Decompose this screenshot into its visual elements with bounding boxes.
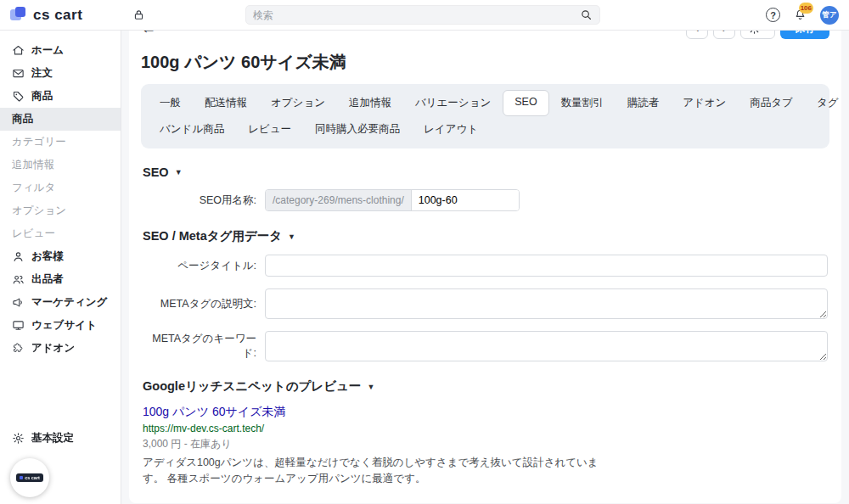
preview-price-stock: 3,000 円 - 在庫あり [143, 437, 829, 451]
sidebar-subitem-categories[interactable]: カテゴリー [0, 131, 121, 154]
tab-layouts[interactable]: レイアウト [412, 116, 490, 143]
tab-variations[interactable]: バリエーション [403, 90, 503, 116]
meta-keywords-textarea[interactable] [265, 331, 828, 361]
tab-subscribers[interactable]: 購読者 [616, 90, 672, 116]
sidebar-item-settings[interactable]: 基本設定 [0, 427, 121, 450]
cscart-logo-icon [10, 7, 27, 24]
search-bar[interactable] [245, 5, 600, 25]
page-title: 100g パンツ 60サイズ未満 [141, 51, 829, 74]
lock-icon[interactable] [132, 8, 145, 21]
preview-title-link[interactable]: 100g パンツ 60サイズ未満 [143, 405, 285, 420]
sidebar-item-label: 注文 [31, 66, 53, 81]
seo-name-label: SEO用名称: [141, 193, 256, 208]
person-icon [12, 250, 25, 263]
sidebar-subitem-filters[interactable]: フィルタ [0, 176, 121, 199]
sidebar-item-label: お客様 [31, 249, 64, 264]
cscart-footer-badge-label: cs cart [16, 473, 43, 482]
page-title-label: ページタイトル: [141, 259, 256, 273]
avatar[interactable]: 管ア [820, 6, 839, 25]
monitor-icon [12, 319, 25, 332]
sidebar-item-customers[interactable]: お客様 [0, 245, 121, 268]
top-header: cs cart ? 106 管ア [0, 0, 849, 31]
app-logo-text: cs cart [33, 7, 82, 24]
tab-required-products[interactable]: 同時購入必要商品 [303, 116, 412, 143]
sidebar-item-label: ホーム [31, 43, 64, 58]
sidebar-item-label: 基本設定 [31, 431, 74, 445]
tab-shipping[interactable]: 配送情報 [193, 90, 259, 116]
main-content: ← ‹ › ▾ 保存 100g パンツ 60サイズ未満 一般 配送情報 オプショ… [121, 0, 849, 473]
chevron-down-icon: ▼ [288, 232, 295, 241]
help-icon[interactable]: ? [766, 8, 780, 22]
tab-addons[interactable]: アドオン [671, 90, 738, 116]
product-edit-card: ← ‹ › ▾ 保存 100g パンツ 60サイズ未満 一般 配送情報 オプショ… [129, 7, 841, 503]
meta-keywords-label: METAタグのキーワード: [141, 332, 256, 361]
seo-section-heading[interactable]: SEO▼ [143, 165, 829, 179]
sidebar-item-label: ウェブサイト [31, 318, 97, 333]
chevron-down-icon: ▼ [367, 383, 374, 391]
sidebar-item-label: アドオン [31, 341, 75, 356]
tab-general[interactable]: 一般 [148, 90, 193, 116]
preview-url: https://mv-dev.cs-cart.tech/ [143, 423, 829, 434]
sidebar-item-label: マーケティング [31, 295, 107, 310]
tab-product-tabs[interactable]: 商品タブ [738, 90, 805, 116]
sidebar: ホーム 注文 商品 商品 カテゴリー 追加情報 フィルタ オプション レビュー … [0, 31, 121, 504]
meta-section-heading[interactable]: SEO / Metaタグ用データ▼ [143, 228, 829, 244]
sidebar-item-home[interactable]: ホーム [0, 39, 121, 62]
preview-description: アディダス100gパンツは、超軽量なだけでなく着脱のしやすさまで考え抜いて設計さ… [143, 455, 605, 488]
google-preview-heading[interactable]: Googleリッチスニペットのプレビュー▼ [143, 378, 829, 395]
sidebar-item-marketing[interactable]: マーケティング [0, 291, 121, 314]
sidebar-item-vendors[interactable]: 出品者 [0, 268, 121, 291]
sidebar-subitem-reviews[interactable]: レビュー [0, 222, 121, 245]
seo-name-input[interactable] [412, 190, 520, 210]
sidebar-subitem-products[interactable]: 商品 [0, 108, 121, 131]
sidebar-item-orders[interactable]: 注文 [0, 62, 121, 85]
sidebar-item-addons[interactable]: アドオン [0, 337, 121, 360]
tab-options[interactable]: オプション [259, 90, 337, 116]
puzzle-icon [12, 342, 25, 355]
page-title-input[interactable] [265, 255, 828, 277]
sidebar-subitem-options[interactable]: オプション [0, 199, 121, 222]
sidebar-item-products[interactable]: 商品 [0, 85, 121, 108]
sidebar-item-website[interactable]: ウェブサイト [0, 314, 121, 337]
search-input[interactable] [253, 9, 580, 21]
notifications-button[interactable]: 106 [794, 8, 807, 21]
chevron-down-icon: ▼ [175, 168, 183, 176]
tab-tags[interactable]: タグ [805, 90, 849, 116]
sidebar-item-label: 出品者 [31, 272, 64, 287]
tab-qty-discounts[interactable]: 数量割引 [549, 90, 616, 116]
google-snippet-preview: 100g パンツ 60サイズ未満 https://mv-dev.cs-cart.… [143, 405, 829, 488]
sidebar-subitem-features[interactable]: 追加情報 [0, 154, 121, 176]
tab-features[interactable]: 追加情報 [337, 90, 403, 116]
tab-reviews[interactable]: レビュー [236, 116, 303, 143]
home-icon [12, 44, 25, 57]
app-logo[interactable]: cs cart [10, 7, 119, 24]
search-icon[interactable] [580, 8, 593, 21]
people-icon [12, 273, 25, 286]
cscart-footer-badge[interactable]: cs cart [10, 458, 49, 497]
megaphone-icon [12, 296, 25, 309]
product-tabs: 一般 配送情報 オプション 追加情報 バリエーション SEO 数量割引 購読者 … [141, 84, 829, 148]
envelope-icon [12, 67, 25, 80]
tab-seo[interactable]: SEO [503, 90, 548, 116]
meta-description-label: METAタグの説明文: [141, 297, 256, 311]
meta-description-textarea[interactable] [265, 288, 828, 319]
sidebar-item-label: 商品 [31, 89, 53, 104]
gear-icon [12, 432, 25, 445]
seo-name-prefix: /category-269/mens-clothing/ [266, 190, 412, 210]
tab-bundles[interactable]: バンドル商品 [148, 116, 236, 143]
tag-icon [12, 90, 25, 103]
notification-badge: 106 [799, 3, 813, 14]
